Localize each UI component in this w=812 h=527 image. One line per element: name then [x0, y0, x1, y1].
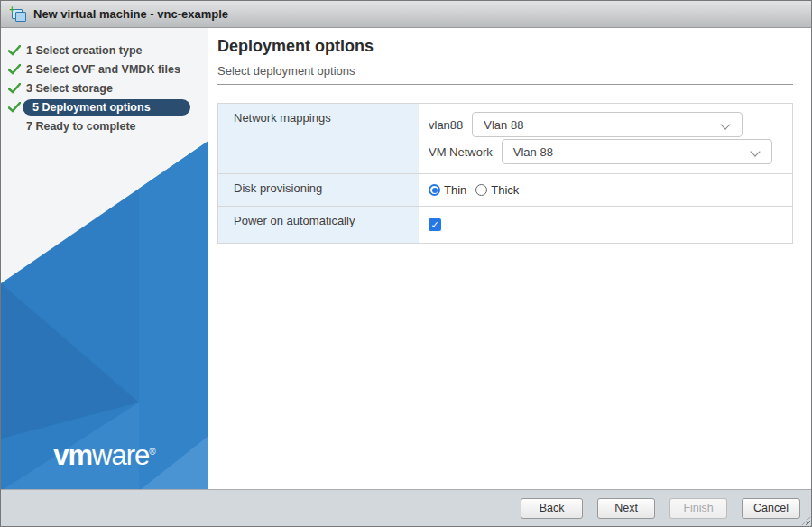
step-label: 2 Select OVF and VMDK files — [26, 63, 180, 76]
cancel-button[interactable]: Cancel — [742, 498, 800, 519]
step-label: 1 Select creation type — [26, 44, 143, 57]
step-select-creation-type[interactable]: 1 Select creation type — [1, 41, 208, 60]
page-subtitle: Select deployment options — [217, 64, 355, 78]
window-title: New virtual machine - vnc-example — [33, 7, 228, 21]
thick-radio[interactable] — [475, 184, 487, 196]
mapping-source-label: VM Network — [429, 145, 493, 159]
power-on-label: Power on automatically — [218, 207, 419, 243]
deployment-options-table: Network mappings vlan88 Vlan 88 VM Netwo… — [217, 103, 793, 244]
disk-provisioning-row: Disk provisioning Thin Thick — [218, 174, 792, 207]
selected-value: Vlan 88 — [484, 118, 523, 132]
network-mapping-select-vm-network[interactable]: Vlan 88 — [502, 139, 772, 164]
wizard-sidebar: 1 Select creation type 2 Select OVF and … — [1, 28, 208, 489]
titlebar: + New virtual machine - vnc-example — [1, 1, 811, 28]
check-icon — [8, 102, 21, 113]
step-ready-to-complete[interactable]: 7 Ready to complete — [1, 116, 208, 135]
vmware-logo: vmware® — [1, 439, 208, 472]
wizard-steps: 1 Select creation type 2 Select OVF and … — [1, 41, 208, 135]
step-select-ovf-vmdk[interactable]: 2 Select OVF and VMDK files — [1, 60, 208, 79]
disk-provisioning-label: Disk provisioning — [218, 174, 419, 206]
check-icon — [8, 83, 21, 94]
disk-provisioning-options: Thin Thick — [429, 174, 792, 206]
mapping-row-vlan88: vlan88 Vlan 88 — [429, 112, 792, 137]
chevron-down-icon — [721, 119, 731, 129]
chevron-down-icon — [750, 146, 760, 156]
step-deployment-options-active[interactable]: 5 Deployment options — [1, 97, 208, 116]
new-vm-wizard-window: + New virtual machine - vnc-example 1 Se… — [0, 0, 812, 527]
step-label: 7 Ready to complete — [26, 120, 136, 133]
check-icon — [8, 64, 21, 75]
network-mapping-select-vlan88[interactable]: Vlan 88 — [472, 112, 743, 137]
step-select-storage[interactable]: 3 Select storage — [1, 79, 208, 97]
back-button[interactable]: Back — [521, 498, 583, 519]
network-mappings-value: vlan88 Vlan 88 VM Network Vlan 88 — [419, 104, 792, 173]
network-mappings-row: Network mappings vlan88 Vlan 88 VM Netwo… — [218, 104, 792, 174]
disk-provisioning-value: Thin Thick — [419, 174, 792, 206]
power-on-checkbox-checked[interactable]: ✓ — [429, 218, 441, 231]
next-button[interactable]: Next — [597, 498, 655, 519]
wizard-footer: Back Next Finish Cancel — [1, 489, 811, 526]
network-mappings-label: Network mappings — [218, 104, 419, 173]
mapping-row-vm-network: VM Network Vlan 88 — [429, 139, 792, 164]
step-label-active: 5 Deployment options — [23, 99, 190, 116]
power-on-row: Power on automatically ✓ — [218, 207, 792, 243]
new-vm-icon: + — [10, 6, 26, 22]
wizard-content: Deployment options Select deployment opt… — [208, 28, 811, 489]
divider — [217, 84, 793, 85]
power-on-value: ✓ — [419, 207, 792, 243]
step-label: 3 Select storage — [26, 82, 113, 95]
thick-radio-label[interactable]: Thick — [491, 183, 519, 197]
check-icon — [8, 45, 21, 56]
selected-value: Vlan 88 — [513, 145, 553, 159]
thin-radio-selected[interactable] — [429, 184, 440, 196]
finish-button[interactable]: Finish — [669, 498, 727, 519]
mapping-source-label: vlan88 — [429, 118, 463, 132]
thin-radio-label[interactable]: Thin — [444, 183, 466, 197]
page-title: Deployment options — [217, 37, 374, 56]
